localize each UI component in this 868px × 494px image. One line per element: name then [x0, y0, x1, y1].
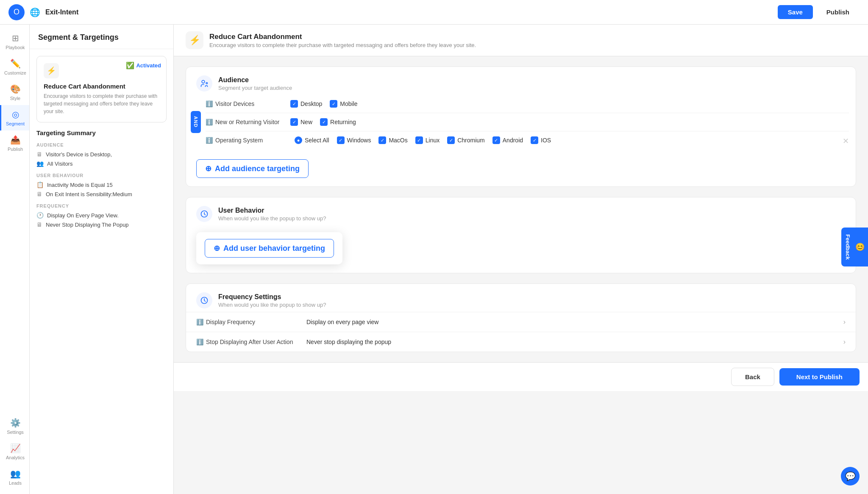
next-to-publish-button[interactable]: Next to Publish — [779, 368, 860, 386]
back-button[interactable]: Back — [731, 368, 774, 386]
chat-icon: 💬 — [845, 471, 856, 481]
linux-checkbox-box: ✓ — [415, 136, 423, 144]
display-freq-info-icon[interactable]: ℹ️ — [196, 319, 203, 325]
campaign-description: Encourage visitors to complete their pur… — [209, 42, 476, 48]
chat-button[interactable]: 💬 — [841, 467, 860, 486]
audience-title-group: Audience Segment your target audience — [218, 76, 292, 91]
ios-checkbox[interactable]: ✓ IOS — [531, 136, 551, 144]
audience-section-header: Audience Segment your target audience — [186, 67, 856, 95]
freq-display-icon: 🕐 — [36, 212, 44, 219]
exit-summary-icon: 🖥 — [36, 191, 42, 197]
card-bolt-icon: ⚡ — [47, 66, 56, 75]
frequency-section-icon — [196, 292, 212, 308]
activated-badge: ✅ Activated — [126, 61, 161, 69]
audience-grid: AND ℹ️ Visitor Devices ✓ — [186, 95, 856, 156]
card-description: Encourage visitors to complete their pur… — [44, 92, 159, 115]
sidebar-item-customize[interactable]: ✏️ Customize — [0, 54, 29, 80]
topbar: O 🌐 Exit-Intent Save Publish — [0, 0, 868, 25]
frequency-title-group: Frequency Settings When would you like t… — [218, 293, 326, 308]
sidebar-item-segment[interactable]: ◎ Segment — [0, 105, 29, 130]
sidebar-item-playbook[interactable]: ⊞ Playbook — [0, 29, 29, 54]
publish-button[interactable]: Publish — [816, 5, 860, 19]
new-checkbox[interactable]: ✓ New — [290, 118, 312, 126]
sidebar-item-publish[interactable]: 📤 Publish — [0, 130, 29, 156]
user-behavior-title: User Behavior — [218, 207, 326, 214]
check-circle-icon: ✅ — [126, 61, 134, 69]
publish-nav-icon: 📤 — [10, 135, 21, 145]
feedback-button[interactable]: 😊 Feedback — [841, 228, 868, 266]
globe-icon: 🌐 — [30, 7, 40, 17]
os-row-delete-icon[interactable]: ✕ — [843, 136, 849, 146]
content-area: ⚡ Reduce Cart Abandonment Encourage visi… — [174, 25, 868, 494]
nav-label-playbook: Playbook — [6, 45, 25, 50]
freq-display-text: Display On Every Page View. — [47, 212, 119, 219]
sidebar-item-style[interactable]: 🎨 Style — [0, 80, 29, 105]
nav-label-analytics: Analytics — [6, 455, 25, 460]
display-freq-value[interactable]: Display on every page view › — [306, 318, 846, 326]
os-text: Operating System — [215, 137, 263, 144]
add-user-behavior-button[interactable]: ⊕ Add user behavior targeting — [205, 239, 334, 258]
linux-checkbox[interactable]: ✓ Linux — [415, 136, 440, 144]
topbar-logo[interactable]: O — [8, 4, 25, 20]
stop-displaying-info-icon[interactable]: ℹ️ — [196, 339, 203, 345]
save-button[interactable]: Save — [778, 5, 813, 19]
select-all-radio[interactable]: ● Select All — [295, 136, 329, 144]
audience-title: Audience — [218, 76, 292, 84]
desktop-checkbox[interactable]: ✓ Desktop — [290, 100, 322, 108]
audience-section: Audience Segment your target audience AN… — [186, 67, 856, 187]
mobile-checkbox[interactable]: ✓ Mobile — [330, 100, 357, 108]
windows-checkbox[interactable]: ✓ Windows — [337, 136, 371, 144]
behaviour-summary-label: USER BEHAVIOUR — [36, 173, 167, 178]
sidebar-panel: Segment & Targetings ✅ Activated ⚡ Reduc… — [30, 25, 174, 494]
new-returning-text: New or Returning Visitor — [215, 119, 279, 125]
campaign-title: Reduce Cart Abandonment — [209, 33, 476, 41]
android-checkbox[interactable]: ✓ Android — [492, 136, 523, 144]
sidebar-item-analytics[interactable]: 📈 Analytics — [0, 439, 29, 464]
segment-icon: ◎ — [12, 109, 19, 119]
macos-checkbox[interactable]: ✓ MacOs — [378, 136, 407, 144]
stop-displaying-value[interactable]: Never stop displaying the popup › — [306, 338, 846, 346]
audience-summary-label: AUDIENCE — [36, 142, 167, 147]
audience-summary-visitors: 👥 All Visitors — [36, 160, 167, 167]
sidebar-item-leads[interactable]: 👥 Leads — [0, 464, 29, 490]
chromium-checkbox[interactable]: ✓ Chromium — [447, 136, 485, 144]
os-info-icon[interactable]: ℹ️ — [206, 137, 213, 144]
add-audience-targeting-button[interactable]: ⊕ Add audience targeting — [196, 159, 309, 178]
nav-label-segment: Segment — [6, 121, 25, 126]
mobile-checkbox-box: ✓ — [330, 100, 337, 108]
linux-label: Linux — [426, 137, 440, 144]
stop-displaying-chevron-icon: › — [843, 338, 846, 346]
frequency-header: Frequency Settings When would you like t… — [186, 284, 856, 312]
campaign-icon: ⚡ — [186, 31, 203, 49]
audience-row-new-returning: ℹ️ New or Returning Visitor ✓ New ✓ — [206, 113, 849, 131]
feedback-emoji: 😊 — [855, 242, 865, 252]
main-layout: ⊞ Playbook ✏️ Customize 🎨 Style ◎ Segmen… — [0, 25, 868, 494]
select-all-label: Select All — [305, 137, 329, 144]
campaign-bolt-icon: ⚡ — [189, 35, 200, 46]
settings-icon: ⚙️ — [10, 418, 21, 428]
visitor-devices-info-icon[interactable]: ℹ️ — [206, 100, 213, 107]
user-behavior-header: User Behavior When would you like the po… — [186, 197, 856, 225]
new-returning-label: ℹ️ New or Returning Visitor — [206, 119, 290, 125]
ios-checkbox-box: ✓ — [531, 136, 538, 144]
behaviour-exit-text: On Exit Intent is Sensibility:Medium — [46, 191, 132, 197]
frequency-section: Frequency Settings When would you like t… — [186, 283, 856, 352]
add-behavior-popup: ⊕ Add user behavior targeting — [196, 232, 342, 264]
returning-checkbox[interactable]: ✓ Returning — [320, 118, 356, 126]
new-returning-info-icon[interactable]: ℹ️ — [206, 119, 213, 125]
frequency-title: Frequency Settings — [218, 293, 326, 301]
display-freq-value-text: Display on every page view — [306, 319, 378, 325]
returning-checkbox-box: ✓ — [320, 118, 328, 126]
desktop-checkbox-box: ✓ — [290, 100, 298, 108]
sidebar-title: Segment & Targetings — [38, 33, 165, 42]
macos-checkbox-box: ✓ — [378, 136, 386, 144]
sidebar-item-settings[interactable]: ⚙️ Settings — [0, 414, 29, 439]
activated-label: Activated — [136, 62, 161, 69]
campaign-header: ⚡ Reduce Cart Abandonment Encourage visi… — [174, 25, 868, 56]
chromium-label: Chromium — [457, 137, 485, 144]
customize-icon: ✏️ — [10, 58, 21, 69]
topbar-actions: Save Publish — [778, 5, 860, 19]
chromium-checkbox-box: ✓ — [447, 136, 455, 144]
add-behavior-label: Add user behavior targeting — [223, 244, 325, 253]
user-behavior-subtitle: When would you like the popup to show up… — [218, 215, 326, 222]
